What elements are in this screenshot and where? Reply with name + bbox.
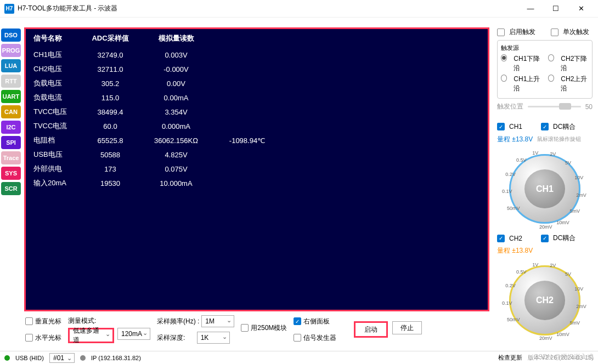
sidebar-item-can[interactable]: CAN bbox=[1, 105, 21, 118]
right-panel: 启用触发 单次触发 触发源 CH1下降沿CH2下降沿 CH1上升沿CH2上升沿 … bbox=[494, 18, 598, 346]
checkbox-siggen[interactable] bbox=[294, 334, 301, 342]
status-ip: IP (192.168.31.82) bbox=[91, 355, 141, 361]
table-row: 电阻档65525.836062.156KΩ-1098.94℃ bbox=[33, 133, 480, 147]
sidebar-item-uart[interactable]: UART bbox=[1, 90, 21, 103]
checkbox-enable-trigger[interactable] bbox=[497, 29, 505, 36]
status-usb: USB (HID) bbox=[15, 355, 44, 361]
table-row: USB电压505884.825V bbox=[33, 147, 480, 162]
select-measure-mode[interactable]: 低速多通道 bbox=[68, 328, 114, 343]
watermark: CSDN @硬汉嵌入式 bbox=[533, 352, 594, 362]
radio-ch1-fall[interactable] bbox=[501, 54, 507, 61]
select-sample-rate[interactable]: 1M bbox=[201, 315, 234, 327]
dial-ch2[interactable]: CH2 50mV0.1V0.2V0.5V1V2V5V10V2mV5mV10mV2… bbox=[504, 260, 586, 341]
select-sample-depth[interactable]: 1K bbox=[197, 332, 230, 344]
table-row: 负载电压305.20.00V bbox=[33, 76, 480, 90]
statusbar: USB (HID) #01 IP (192.168.31.82) 检查更新 版本… bbox=[0, 351, 598, 364]
select-channel-num[interactable]: #01 bbox=[49, 353, 75, 363]
sidebar-item-rtt[interactable]: RTT bbox=[1, 75, 21, 88]
radio-ch1-rise[interactable] bbox=[501, 75, 507, 82]
bottom-controls: 垂直光标 水平光标 测量模式: 低速多通道 120mA 采样频率(Hz) :1M… bbox=[24, 311, 489, 342]
table-row: CH1电压32749.00.003V bbox=[33, 48, 480, 62]
slider-trigger-pos[interactable] bbox=[528, 106, 581, 107]
table-row: TVCC电流60.00.000mA bbox=[33, 119, 480, 133]
table-row: CH2电压32711.0-0.000V bbox=[33, 62, 480, 76]
window-title: H7-TOOL多功能开发工具 - 示波器 bbox=[18, 4, 117, 13]
radio-ch2-rise[interactable] bbox=[548, 75, 554, 82]
table-row: TVCC电压38499.43.354V bbox=[33, 105, 480, 119]
select-range[interactable]: 120mA bbox=[117, 328, 150, 340]
titlebar: H7 H7-TOOL多功能开发工具 - 示波器 — ☐ ✕ bbox=[0, 0, 598, 18]
stop-button[interactable]: 停止 bbox=[392, 321, 422, 334]
sidebar-item-scr[interactable]: SCR bbox=[1, 182, 21, 195]
sidebar: DSOPROGLUARTTUARTCANI2CSPITraceSYSSCR bbox=[0, 18, 22, 346]
checkbox-single-trigger[interactable] bbox=[551, 29, 558, 36]
sidebar-item-dso[interactable]: DSO bbox=[1, 29, 21, 42]
checkbox-ch1[interactable]: ✓ bbox=[497, 123, 505, 130]
status-dot-icon bbox=[4, 355, 10, 361]
app-icon: H7 bbox=[4, 4, 14, 14]
table-row: 输入20mA1953010.000mA bbox=[33, 176, 480, 190]
close-button[interactable]: ✕ bbox=[568, 0, 594, 18]
sidebar-item-lua[interactable]: LUA bbox=[1, 59, 21, 72]
start-button[interactable]: 启动 bbox=[354, 321, 388, 338]
check-update-link[interactable]: 检查更新 bbox=[498, 354, 522, 362]
fieldset-trigger-source: 触发源 CH1下降沿CH2下降沿 CH1上升沿CH2上升沿 bbox=[497, 40, 593, 99]
sidebar-item-i2c[interactable]: I2C bbox=[1, 121, 21, 134]
maximize-button[interactable]: ☐ bbox=[543, 0, 568, 18]
sidebar-item-spi[interactable]: SPI bbox=[1, 136, 21, 149]
dial-ch1[interactable]: CH1 50mV0.1V0.2V0.5V1V2V5V10V2mV5mV10mV2… bbox=[504, 149, 586, 230]
checkbox-vcursor[interactable] bbox=[25, 317, 33, 325]
scope-table-header: 信号名称 ADC采样值 模拟量读数 bbox=[33, 33, 480, 43]
sidebar-item-trace[interactable]: Trace bbox=[1, 151, 21, 164]
radio-ch2-fall[interactable] bbox=[548, 54, 554, 61]
checkbox-ch1-dc[interactable]: ✓ bbox=[541, 123, 549, 130]
checkbox-hcursor[interactable] bbox=[25, 334, 33, 342]
scope-display: 信号名称 ADC采样值 模拟量读数 CH1电压32749.00.003VCH2电… bbox=[24, 27, 489, 311]
checkbox-250m[interactable] bbox=[241, 324, 249, 332]
table-row: 负载电流115.00.00mA bbox=[33, 90, 480, 105]
ip-dot-icon bbox=[80, 355, 86, 361]
minimize-button[interactable]: — bbox=[518, 0, 543, 18]
sidebar-item-sys[interactable]: SYS bbox=[1, 167, 21, 180]
checkbox-ch2-dc[interactable]: ✓ bbox=[541, 235, 549, 242]
sidebar-item-prog[interactable]: PROG bbox=[1, 44, 21, 57]
checkbox-ch2[interactable]: ✓ bbox=[497, 235, 505, 242]
checkbox-rightpanel[interactable]: ✓ bbox=[294, 317, 301, 325]
table-row: 外部供电1730.075V bbox=[33, 162, 480, 176]
